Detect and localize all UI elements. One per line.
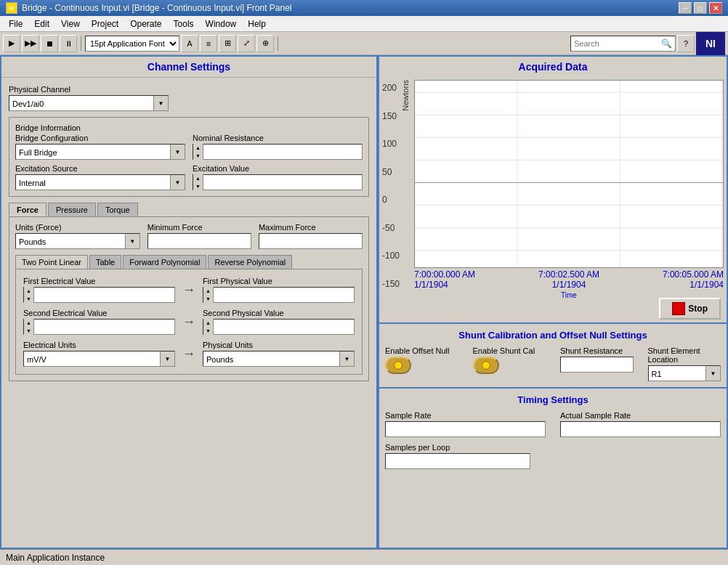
enable-offset-null-toggle[interactable] (385, 357, 411, 374)
menu-help[interactable]: Help (242, 17, 272, 31)
force-tab-content: Units (Force) Pounds ▼ Minimum Force -10… (9, 216, 369, 381)
bridge-config-col: Bridge Configuration Full Bridge ▼ (15, 134, 185, 160)
sample-rate-input[interactable]: 1000 (385, 421, 546, 437)
menu-tools[interactable]: Tools (168, 17, 200, 31)
bridge-config-value: Full Bridge (16, 145, 170, 159)
distribute-button[interactable]: ⊞ (219, 35, 236, 52)
shunt-element-value: R1 (649, 366, 706, 381)
excitation-value-down[interactable]: ▼ (193, 182, 203, 190)
bridge-config-arrow[interactable]: ▼ (170, 145, 185, 159)
run-continuously-button[interactable]: ▶▶ (22, 35, 39, 52)
enable-shunt-cal-label: Enable Shunt Cal (473, 346, 546, 355)
physical-channel-arrow[interactable]: ▼ (153, 96, 168, 110)
x-axis-labels: 7:00:00.000 AM1/1/1904 7:00:02.500 AM1/1… (414, 268, 724, 291)
right-panel: Acquired Data 200 150 100 50 0 -50 -100 … (378, 55, 728, 549)
abort-button[interactable]: ⏹ (41, 35, 58, 52)
status-instance: Main Application Instance (6, 553, 105, 563)
second-elec-spinbtns: ▲ ▼ (24, 319, 34, 335)
stop-button[interactable]: Stop (659, 298, 721, 320)
minimize-button[interactable]: ─ (679, 2, 692, 14)
second-phys-input[interactable]: 100 (214, 321, 354, 333)
sub-tab-two-point[interactable]: Two Point Linear (15, 255, 88, 269)
shunt-title: Shunt Calibration and Offset Null Settin… (385, 330, 721, 341)
sub-tab-reverse-poly[interactable]: Reverse Polynomial (208, 255, 292, 269)
shunt-element-field: R1 ▼ (648, 365, 721, 381)
second-elec-down[interactable]: ▼ (24, 327, 33, 335)
channel-settings-title: Channel Settings (1, 57, 376, 78)
first-phys-input[interactable]: 0 (214, 289, 354, 301)
menu-bar: File Edit View Project Operate Tools Win… (0, 16, 728, 32)
physical-channel-field: Dev1/ai0 ▼ (9, 95, 169, 111)
nominal-resistance-up[interactable]: ▲ (193, 144, 203, 152)
menu-file[interactable]: File (3, 17, 28, 31)
extra-button[interactable]: ⊕ (256, 35, 274, 52)
phys-units-arrow[interactable]: ▼ (339, 351, 354, 366)
actual-sample-rate-label: Actual Sample Rate (560, 411, 721, 420)
align-button[interactable]: ≡ (200, 35, 217, 52)
maximize-button[interactable]: □ (694, 2, 707, 14)
y-0: 0 (382, 195, 400, 205)
left-panel: Channel Settings Physical Channel Dev1/a… (0, 55, 378, 549)
search-icon[interactable]: 🔍 (661, 38, 672, 49)
sub-tab-table[interactable]: Table (89, 255, 121, 269)
y-axis-label: Newtons (401, 80, 410, 111)
ni-logo: NI (696, 32, 725, 55)
first-phys-down[interactable]: ▼ (203, 295, 213, 303)
first-phys-up[interactable]: ▲ (203, 287, 213, 295)
second-elec-label: Second Electrical Value (23, 309, 175, 317)
first-elec-input[interactable]: 0 (34, 289, 174, 301)
font-select[interactable]: 15pt Application Font (85, 36, 179, 52)
units-force-col: Units (Force) Pounds ▼ (15, 223, 140, 249)
min-force-input[interactable]: -100 (147, 233, 251, 249)
enable-offset-null-label: Enable Offset Null (385, 346, 458, 355)
second-elec-input[interactable]: 2 (34, 321, 174, 333)
resize-button[interactable]: ⤢ (238, 35, 255, 52)
pause-button[interactable]: ⏸ (60, 35, 77, 52)
shunt-cal-indicator (482, 361, 490, 370)
menu-window[interactable]: Window (200, 17, 243, 31)
samples-per-loop-input[interactable]: 100 (385, 453, 530, 469)
chart-container[interactable] (414, 80, 724, 268)
font-size-button[interactable]: A (181, 35, 198, 52)
shunt-resistance-input[interactable]: 100k (560, 357, 634, 373)
first-elec-up[interactable]: ▲ (24, 287, 33, 295)
units-force-arrow[interactable]: ▼ (125, 234, 139, 248)
first-elec-col: First Electrical Value ▲ ▼ 0 (23, 277, 175, 303)
arrow1-icon: → (182, 282, 195, 298)
help-button[interactable]: ? (677, 35, 695, 52)
search-input[interactable] (574, 39, 661, 48)
second-phys-col: Second Physical Value ▲ ▼ 100 (203, 309, 355, 335)
x-label-1: 7:00:00.000 AM1/1/1904 (414, 269, 475, 290)
y-150: 150 (382, 111, 400, 121)
menu-operate[interactable]: Operate (124, 17, 167, 31)
excitation-value-up[interactable]: ▲ (193, 174, 203, 182)
units-force-label: Units (Force) (15, 223, 140, 232)
elec-units-arrow[interactable]: ▼ (160, 351, 174, 366)
second-elec-spinbox: ▲ ▼ 2 (23, 319, 175, 335)
run-button[interactable]: ▶ (3, 35, 20, 52)
tab-torque[interactable]: Torque (97, 203, 138, 216)
excitation-source-arrow[interactable]: ▼ (170, 175, 185, 190)
excitation-value-input[interactable]: 2.5 (203, 176, 362, 188)
shunt-element-arrow[interactable]: ▼ (705, 366, 720, 381)
second-phys-up[interactable]: ▲ (203, 319, 213, 327)
tab-pressure[interactable]: Pressure (48, 203, 96, 216)
nominal-resistance-input[interactable]: 350 (203, 146, 362, 158)
menu-edit[interactable]: Edit (28, 17, 55, 31)
nominal-resistance-down[interactable]: ▼ (193, 152, 203, 160)
max-force-col: Maximum Force 100 (259, 223, 363, 249)
tab-force[interactable]: Force (9, 203, 46, 216)
second-phys-down[interactable]: ▼ (203, 327, 213, 335)
menu-view[interactable]: View (55, 17, 86, 31)
menu-project[interactable]: Project (86, 17, 124, 31)
second-elec-up[interactable]: ▲ (24, 319, 33, 327)
sub-tab-forward-poly[interactable]: Forward Polynomial (123, 255, 206, 269)
enable-shunt-cal-toggle[interactable] (473, 357, 499, 374)
phys-units-field: Pounds ▼ (203, 351, 355, 367)
first-elec-down[interactable]: ▼ (24, 295, 33, 303)
min-force-label: Minimum Force (147, 223, 251, 232)
max-force-input[interactable]: 100 (259, 233, 363, 249)
close-button[interactable]: ✕ (709, 2, 722, 14)
second-elec-col: Second Electrical Value ▲ ▼ 2 (23, 309, 175, 335)
y-n50: -50 (382, 223, 400, 233)
